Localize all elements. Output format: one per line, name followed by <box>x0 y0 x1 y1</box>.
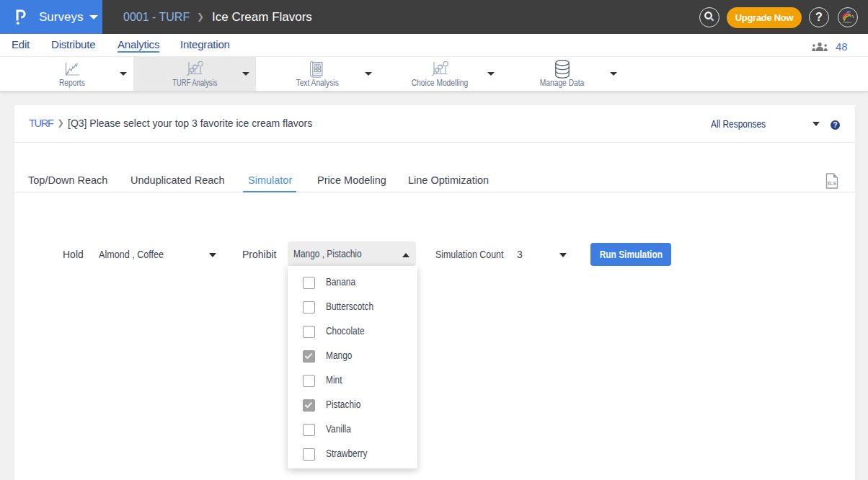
svg-text:XLS: XLS <box>827 181 836 186</box>
